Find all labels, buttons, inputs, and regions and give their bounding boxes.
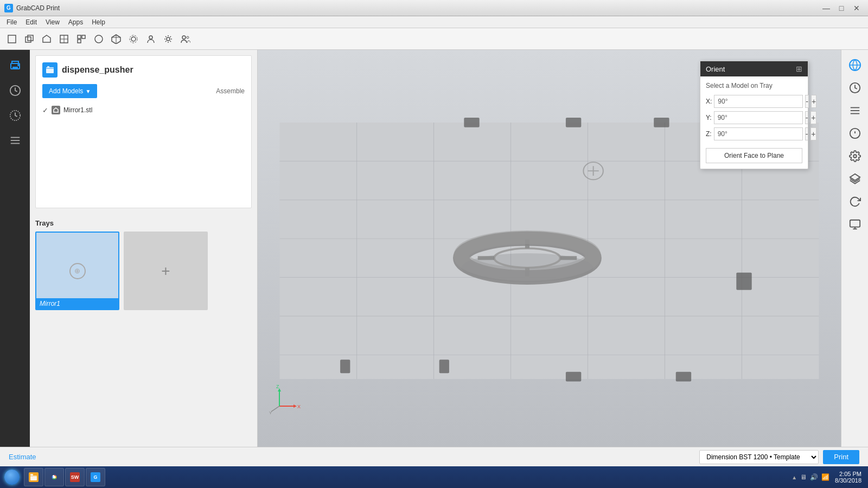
- sidebar-icon-print[interactable]: [5, 55, 25, 76]
- orient-y-input[interactable]: [714, 111, 803, 124]
- svg-rect-52: [340, 359, 350, 373]
- svg-rect-8: [82, 35, 85, 38]
- orient-panel: Orient ⊞ Select a Model on Tray X: - + Y…: [700, 61, 808, 169]
- assemble-link[interactable]: Assemble: [216, 87, 245, 95]
- taskbar-item-explorer[interactable]: [24, 468, 43, 486]
- sidebar-icon-recent[interactable]: [5, 105, 25, 126]
- toolbar-btn-multi-user[interactable]: [178, 31, 193, 47]
- menu-edit[interactable]: Edit: [21, 17, 41, 27]
- svg-point-81: [853, 155, 857, 158]
- 3d-model-ring: [461, 237, 593, 282]
- solidworks-icon: SW: [70, 472, 80, 482]
- orient-x-label: X:: [706, 98, 712, 105]
- orient-y-plus[interactable]: +: [810, 111, 816, 124]
- toolbar-btn-1[interactable]: [4, 31, 20, 47]
- svg-rect-86: [30, 476, 37, 480]
- toolbar-btn-2[interactable]: [22, 31, 37, 47]
- orient-z-label: Z:: [706, 130, 712, 138]
- svg-point-19: [187, 36, 189, 38]
- tray-item-mirror1[interactable]: ⊕ Mirror1: [35, 232, 119, 310]
- orient-y-minus[interactable]: -: [805, 111, 809, 124]
- right-tray-icon[interactable]: [845, 215, 865, 234]
- svg-point-10: [95, 35, 103, 43]
- minimize-button[interactable]: —: [819, 2, 833, 14]
- svg-point-89: [53, 476, 56, 479]
- svg-point-15: [130, 35, 137, 43]
- sidebar-icon-menu[interactable]: [5, 130, 25, 151]
- right-clock-icon[interactable]: [845, 78, 865, 98]
- orient-subtitle: Select a Model on Tray: [706, 82, 802, 89]
- orient-z-input[interactable]: [714, 127, 803, 140]
- toolbar-btn-4[interactable]: [56, 31, 72, 47]
- right-sphere-icon[interactable]: [845, 55, 865, 75]
- toolbar-btn-5[interactable]: [74, 31, 89, 47]
- tray-network-icon: 🖥: [800, 473, 807, 481]
- right-layers-icon[interactable]: [845, 169, 865, 189]
- svg-rect-45: [464, 118, 479, 127]
- orient-x-plus[interactable]: +: [811, 95, 816, 108]
- svg-text:Z: Z: [276, 384, 279, 389]
- orient-x-input[interactable]: [714, 95, 803, 108]
- taskbar-item-solidworks[interactable]: SW: [65, 468, 85, 486]
- svg-rect-51: [439, 359, 449, 373]
- svg-rect-83: [850, 220, 859, 227]
- tray-arrow[interactable]: ▲: [792, 474, 797, 480]
- svg-marker-30: [54, 108, 58, 112]
- sidebar-icon-history[interactable]: [5, 80, 25, 101]
- axis-indicator: X Z Y: [269, 382, 301, 414]
- right-info-icon[interactable]: [845, 124, 865, 143]
- toolbar-btn-settings[interactable]: [126, 31, 141, 47]
- orient-close-button[interactable]: ⊞: [796, 65, 802, 73]
- model-type-icon: [52, 106, 60, 114]
- orient-z-plus[interactable]: +: [810, 127, 816, 140]
- start-button[interactable]: [2, 467, 22, 487]
- left-panel: dispense_pusher Add Models ▼ Assemble ✓ …: [30, 50, 258, 447]
- grabcad-icon: G: [91, 472, 100, 482]
- svg-rect-21: [12, 67, 18, 69]
- orient-y-row: Y: - +: [706, 111, 802, 124]
- system-tray: ▲ 🖥 🔊 📶: [788, 473, 833, 481]
- svg-text:Y: Y: [269, 410, 272, 414]
- svg-point-16: [149, 36, 152, 39]
- menu-apps[interactable]: Apps: [64, 17, 87, 27]
- tray-battery-icon: 📶: [821, 473, 829, 481]
- svg-text:X: X: [297, 404, 301, 409]
- right-refresh-icon[interactable]: [845, 192, 865, 211]
- orient-x-minus[interactable]: -: [805, 95, 809, 108]
- model-name: Mirror1.stl: [63, 106, 92, 114]
- svg-rect-0: [8, 35, 16, 43]
- add-models-button[interactable]: Add Models ▼: [42, 84, 97, 98]
- close-button[interactable]: ✕: [850, 2, 864, 14]
- orient-face-to-plane-button[interactable]: Orient Face to Plane: [706, 148, 802, 163]
- toolbar-btn-cube[interactable]: [108, 31, 124, 47]
- printer-select[interactable]: Dimension BST 1200 • Template: [699, 450, 819, 464]
- taskbar-item-grabcad[interactable]: G: [86, 468, 105, 486]
- taskbar: SW G ▲ 🖥 🔊 📶 2:05 PM 8/30/2018: [0, 466, 868, 488]
- tray-add-button[interactable]: +: [124, 232, 208, 310]
- svg-marker-3: [43, 35, 50, 42]
- svg-line-71: [271, 406, 279, 412]
- menu-file[interactable]: File: [2, 17, 21, 27]
- toolbar-btn-gear[interactable]: [161, 31, 176, 47]
- taskbar-item-chrome[interactable]: [44, 468, 64, 486]
- svg-point-17: [167, 37, 170, 41]
- estimate-link[interactable]: Estimate: [9, 453, 36, 461]
- model-checkbox[interactable]: ✓: [42, 106, 48, 114]
- status-right: Dimension BST 1200 • Template Print: [699, 450, 859, 464]
- viewport[interactable]: X Z Y Orient ⊞ Select a Model on Tray X:: [258, 50, 841, 447]
- maximize-button[interactable]: □: [834, 2, 848, 14]
- menu-help[interactable]: Help: [87, 17, 110, 27]
- svg-point-22: [18, 65, 19, 66]
- right-align-icon[interactable]: [845, 101, 865, 120]
- svg-rect-49: [566, 372, 581, 382]
- menu-view[interactable]: View: [41, 17, 64, 27]
- right-settings-icon[interactable]: [845, 146, 865, 166]
- print-button[interactable]: Print: [823, 450, 859, 464]
- svg-rect-46: [566, 118, 581, 127]
- project-header: dispense_pusher: [42, 62, 245, 78]
- orient-z-minus[interactable]: -: [805, 127, 809, 140]
- toolbar-btn-6[interactable]: [91, 31, 106, 47]
- toolbar-btn-users[interactable]: [143, 31, 158, 47]
- orient-y-label: Y:: [706, 114, 712, 121]
- toolbar-btn-3[interactable]: [39, 31, 54, 47]
